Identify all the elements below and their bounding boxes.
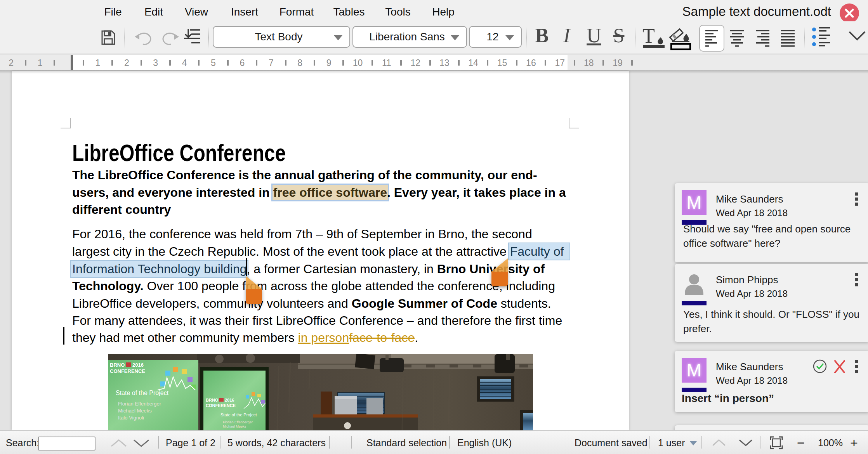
svg-text:Michael Meeks: Michael Meeks: [223, 425, 247, 428]
svg-text:Florian Effenberger: Florian Effenberger: [118, 401, 161, 407]
svg-text:T: T: [642, 27, 655, 47]
svg-text:State of the Project: State of the Project: [116, 390, 169, 396]
svg-text:State of the Project: State of the Project: [220, 412, 257, 417]
svg-text:BRNO: BRNO: [110, 362, 125, 368]
svg-text:CONFERENCE: CONFERENCE: [110, 368, 145, 374]
svg-text:Italo Vignoli: Italo Vignoli: [118, 415, 144, 421]
svg-text:Florian Effenberger: Florian Effenberger: [223, 420, 253, 424]
svg-text:BRNO: BRNO: [206, 398, 219, 402]
svg-text:CONFERENCE: CONFERENCE: [206, 403, 236, 408]
svg-text:2016: 2016: [225, 398, 234, 402]
svg-text:Michael Meeks: Michael Meeks: [118, 408, 152, 414]
svg-text:2016: 2016: [132, 362, 144, 368]
